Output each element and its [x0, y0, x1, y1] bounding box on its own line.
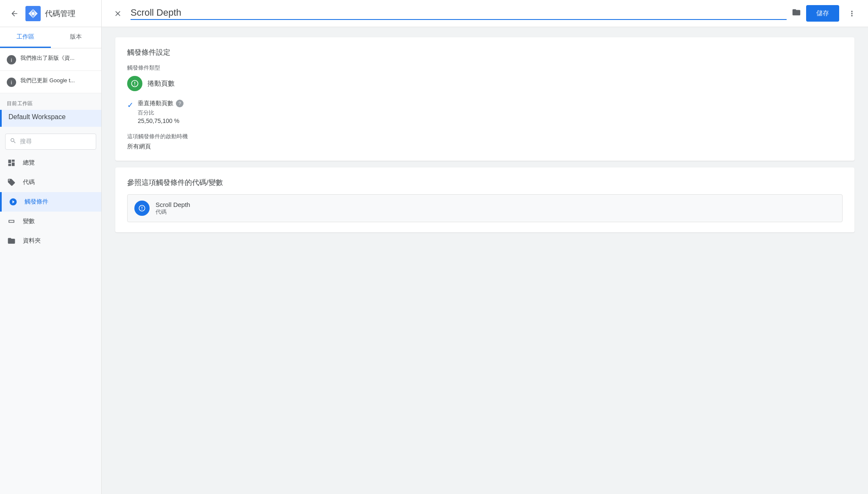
sidebar: 代碼管理 工作區 版本 i 我們推出了新版《資... i 我們已更新 Googl…: [0, 0, 102, 494]
tab-version[interactable]: 版本: [51, 27, 102, 48]
ref-name: Scroll Depth: [156, 201, 190, 208]
save-button[interactable]: 儲存: [806, 5, 839, 22]
reference-item[interactable]: Scroll Depth 代碼: [127, 194, 843, 222]
fire-value: 所有網頁: [127, 143, 843, 151]
sidebar-header: 代碼管理: [0, 0, 101, 27]
search-icon: [10, 137, 17, 146]
svg-point-3: [31, 12, 34, 15]
workspace-name[interactable]: Default Workspace: [0, 110, 101, 127]
notice-1[interactable]: i 我們推出了新版《資...: [0, 48, 101, 71]
variable-icon: [7, 217, 16, 226]
app-logo: [25, 6, 41, 21]
sidebar-item-triggers[interactable]: 觸發條件: [0, 192, 101, 212]
vertical-scroll-label: 垂直捲動頁數: [138, 100, 173, 107]
back-button[interactable]: [7, 6, 22, 21]
scroll-depth-icon: [127, 76, 142, 91]
search-box[interactable]: 搜尋: [5, 134, 96, 150]
triggers-label: 觸發條件: [25, 198, 48, 206]
notice-2[interactable]: i 我們已更新 Google t...: [0, 71, 101, 93]
main-panel: Scroll Depth 儲存 觸發條件設定 觸發條件類型: [102, 0, 868, 494]
ref-tag-icon: [134, 201, 150, 216]
sidebar-tabs: 工作區 版本: [0, 27, 101, 48]
checkmark-icon: ✓: [127, 100, 134, 110]
sidebar-item-folders[interactable]: 資料夾: [0, 231, 101, 251]
folder-nav-icon: [7, 236, 16, 246]
trigger-type-name: 捲動頁數: [147, 79, 175, 88]
vertical-scroll-text: 垂直捲動頁數 ? 百分比 25,50,75,100 %: [138, 100, 184, 124]
notice-icon-1: i: [7, 55, 16, 64]
trigger-icon: [8, 197, 18, 207]
folders-label: 資料夾: [23, 237, 41, 245]
percentages-label: 百分比: [138, 109, 184, 117]
more-button[interactable]: [844, 6, 860, 21]
reference-card: 參照這項觸發條件的代碼/變數 Scroll Depth 代碼: [115, 167, 854, 232]
trigger-type-row: 捲動頁數: [127, 76, 843, 91]
tab-workspace[interactable]: 工作區: [0, 27, 51, 48]
fire-label: 這項觸發條件的啟動時機: [127, 133, 843, 140]
percentages-value: 25,50,75,100 %: [138, 117, 184, 124]
workspace-section-label: 目前工作區: [0, 93, 101, 110]
app-title: 代碼管理: [45, 8, 75, 19]
notice-icon-2: i: [7, 78, 16, 87]
sidebar-item-variables[interactable]: 變數: [0, 212, 101, 231]
vertical-scroll-label-row: 垂直捲動頁數 ?: [138, 100, 184, 107]
notice-text-1: 我們推出了新版《資...: [20, 54, 75, 62]
notice-text-2: 我們已更新 Google t...: [20, 77, 75, 84]
help-icon[interactable]: ?: [176, 100, 184, 107]
search-placeholder: 搜尋: [20, 138, 32, 145]
close-button[interactable]: [110, 6, 125, 21]
sidebar-item-overview[interactable]: 總覽: [0, 153, 101, 173]
detail-topbar: Scroll Depth 儲存: [102, 0, 868, 27]
detail-title: Scroll Depth: [131, 7, 787, 20]
trigger-config-title: 觸發條件設定: [127, 47, 843, 57]
trigger-config-card: 觸發條件設定 觸發條件類型 捲動頁數 ✓ 垂直捲動頁數 ? 百分比: [115, 37, 854, 161]
sidebar-item-tags[interactable]: 代碼: [0, 173, 101, 192]
tags-label: 代碼: [23, 179, 35, 186]
folder-icon[interactable]: [792, 8, 801, 19]
reference-title: 參照這項觸發條件的代碼/變數: [127, 178, 843, 187]
vertical-scroll-row: ✓ 垂直捲動頁數 ? 百分比 25,50,75,100 %: [127, 100, 843, 124]
detail-content: 觸發條件設定 觸發條件類型 捲動頁數 ✓ 垂直捲動頁數 ? 百分比: [102, 27, 868, 494]
overview-label: 總覽: [23, 159, 35, 167]
grid-icon: [7, 158, 16, 167]
ref-info: Scroll Depth 代碼: [156, 201, 190, 216]
trigger-type-label: 觸發條件類型: [127, 64, 843, 72]
variables-label: 變數: [23, 218, 35, 225]
tag-icon: [7, 178, 16, 187]
ref-type: 代碼: [156, 208, 190, 216]
